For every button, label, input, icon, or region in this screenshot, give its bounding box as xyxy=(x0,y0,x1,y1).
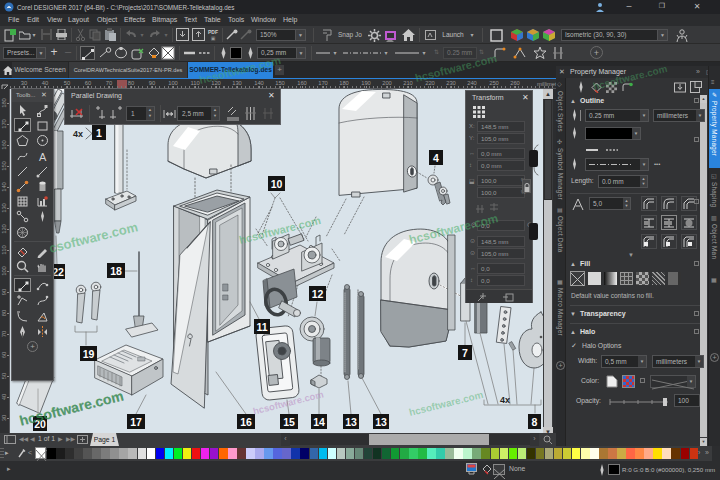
svg-text:150: 150 xyxy=(1,161,7,171)
svg-text:14: 14 xyxy=(313,416,325,428)
svg-text:110: 110 xyxy=(1,245,7,254)
svg-text:19: 19 xyxy=(83,348,95,360)
svg-text:13: 13 xyxy=(345,416,357,428)
svg-text:4x: 4x xyxy=(73,129,83,139)
svg-text:13: 13 xyxy=(375,416,387,428)
svg-text:60: 60 xyxy=(1,352,7,358)
svg-text:10: 10 xyxy=(271,178,283,190)
svg-text:20: 20 xyxy=(34,418,46,430)
svg-text:12: 12 xyxy=(312,288,324,300)
svg-text:17: 17 xyxy=(130,416,142,428)
svg-text:100: 100 xyxy=(1,266,7,276)
svg-text:7: 7 xyxy=(462,347,468,359)
svg-text:1: 1 xyxy=(96,127,102,139)
svg-text:A: A xyxy=(39,151,47,163)
svg-text:130: 130 xyxy=(1,203,7,213)
svg-text:40: 40 xyxy=(1,394,7,400)
svg-text:8: 8 xyxy=(532,416,538,428)
svg-text:30: 30 xyxy=(1,415,7,421)
svg-text:18: 18 xyxy=(110,265,122,277)
svg-text:16: 16 xyxy=(240,416,252,428)
svg-text:160: 160 xyxy=(1,140,7,150)
svg-text:90: 90 xyxy=(1,289,7,295)
svg-text:70: 70 xyxy=(1,331,7,337)
svg-text:120: 120 xyxy=(1,224,7,234)
svg-text:15: 15 xyxy=(283,416,295,428)
svg-text:4: 4 xyxy=(433,152,439,164)
svg-text:180: 180 xyxy=(1,98,7,108)
svg-text:11: 11 xyxy=(256,321,267,333)
svg-text:50: 50 xyxy=(1,373,7,379)
svg-text:140: 140 xyxy=(1,182,7,192)
svg-text:80: 80 xyxy=(1,310,7,316)
svg-text:170: 170 xyxy=(1,119,7,129)
svg-text:4x: 4x xyxy=(500,395,510,405)
